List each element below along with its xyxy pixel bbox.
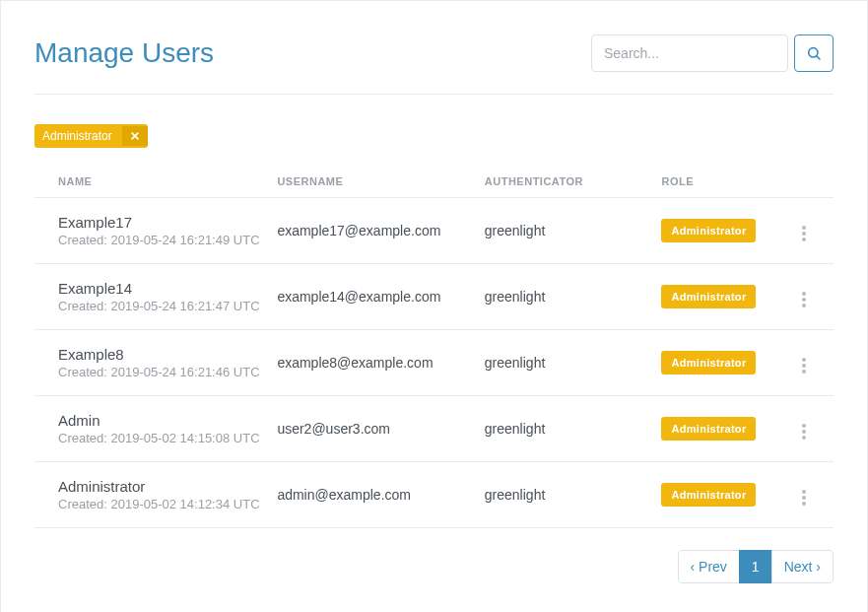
manage-users-panel: Manage Users Administrator NAME USERNAME… xyxy=(0,0,868,612)
cell-username: example14@example.com xyxy=(277,264,484,330)
cell-authenticator: greenlight xyxy=(485,396,662,462)
table-row: AdminCreated: 2019-05-02 14:15:08 UTCuse… xyxy=(34,396,834,462)
table-row: AdministratorCreated: 2019-05-02 14:12:3… xyxy=(34,462,834,528)
svg-line-1 xyxy=(817,56,820,59)
cell-name: AdministratorCreated: 2019-05-02 14:12:3… xyxy=(34,462,277,528)
cell-authenticator: greenlight xyxy=(485,330,662,396)
user-created: Created: 2019-05-02 14:12:34 UTC xyxy=(58,497,265,511)
user-created: Created: 2019-05-24 16:21:46 UTC xyxy=(58,365,265,379)
page-list: ‹ Prev 1 Next › xyxy=(678,550,834,583)
row-actions-button[interactable] xyxy=(798,288,810,311)
user-name: Example8 xyxy=(58,346,265,363)
filter-tag-administrator[interactable]: Administrator xyxy=(34,124,148,148)
table-row: Example17Created: 2019-05-24 16:21:49 UT… xyxy=(34,198,834,264)
role-badge[interactable]: Administrator xyxy=(661,351,756,374)
close-icon xyxy=(130,131,140,141)
cell-name: Example8Created: 2019-05-24 16:21:46 UTC xyxy=(34,330,277,396)
cell-role: Administrator xyxy=(661,396,782,462)
table-row: Example14Created: 2019-05-24 16:21:47 UT… xyxy=(34,264,834,330)
cell-actions xyxy=(783,330,834,396)
cell-username: admin@example.com xyxy=(277,462,484,528)
table-header-row: NAME USERNAME AUTHENTICATOR ROLE xyxy=(34,166,834,198)
user-created: Created: 2019-05-02 14:15:08 UTC xyxy=(58,431,265,445)
cell-authenticator: greenlight xyxy=(485,198,662,264)
row-actions-button[interactable] xyxy=(798,354,810,377)
cell-name: Example14Created: 2019-05-24 16:21:47 UT… xyxy=(34,264,277,330)
search-icon xyxy=(806,45,822,61)
cell-username: example17@example.com xyxy=(277,198,484,264)
cell-role: Administrator xyxy=(661,462,782,528)
user-name: Example14 xyxy=(58,280,265,297)
col-header-role[interactable]: ROLE xyxy=(661,166,782,198)
page-title: Manage Users xyxy=(34,37,214,69)
role-badge[interactable]: Administrator xyxy=(661,483,756,507)
cell-role: Administrator xyxy=(661,264,782,330)
cell-authenticator: greenlight xyxy=(485,462,662,528)
cell-actions xyxy=(783,396,834,462)
user-name: Administrator xyxy=(58,478,265,495)
user-created: Created: 2019-05-24 16:21:49 UTC xyxy=(58,233,265,247)
cell-actions xyxy=(783,198,834,264)
role-badge[interactable]: Administrator xyxy=(661,417,756,441)
user-name: Example17 xyxy=(58,214,265,231)
col-header-name[interactable]: NAME xyxy=(34,166,277,198)
cell-role: Administrator xyxy=(661,198,782,264)
filter-row: Administrator xyxy=(34,95,834,166)
col-header-username[interactable]: USERNAME xyxy=(277,166,484,198)
role-badge[interactable]: Administrator xyxy=(661,285,756,308)
cell-name: AdminCreated: 2019-05-02 14:15:08 UTC xyxy=(34,396,277,462)
search-button[interactable] xyxy=(794,34,834,72)
page-1[interactable]: 1 xyxy=(739,550,772,583)
col-header-actions xyxy=(783,166,834,198)
page-prev[interactable]: ‹ Prev xyxy=(678,550,740,583)
filter-tag-remove[interactable] xyxy=(122,126,148,146)
filter-tag-label: Administrator xyxy=(34,124,122,148)
cell-authenticator: greenlight xyxy=(485,264,662,330)
row-actions-button[interactable] xyxy=(798,486,810,510)
cell-name: Example17Created: 2019-05-24 16:21:49 UT… xyxy=(34,198,277,264)
cell-role: Administrator xyxy=(661,330,782,396)
col-header-authenticator[interactable]: AUTHENTICATOR xyxy=(485,166,662,198)
role-badge[interactable]: Administrator xyxy=(661,219,756,242)
table-row: Example8Created: 2019-05-24 16:21:46 UTC… xyxy=(34,330,834,396)
pagination: ‹ Prev 1 Next › xyxy=(34,528,834,583)
cell-username: user2@user3.com xyxy=(277,396,484,462)
cell-actions xyxy=(783,264,834,330)
header-row: Manage Users xyxy=(34,34,834,95)
users-table: NAME USERNAME AUTHENTICATOR ROLE Example… xyxy=(34,166,834,528)
user-created: Created: 2019-05-24 16:21:47 UTC xyxy=(58,299,265,313)
search-input[interactable] xyxy=(591,34,788,72)
row-actions-button[interactable] xyxy=(798,222,810,245)
user-name: Admin xyxy=(58,412,265,429)
search-group xyxy=(591,34,834,72)
page-next[interactable]: Next › xyxy=(771,550,834,583)
cell-username: example8@example.com xyxy=(277,330,484,396)
cell-actions xyxy=(783,462,834,528)
row-actions-button[interactable] xyxy=(798,420,810,443)
